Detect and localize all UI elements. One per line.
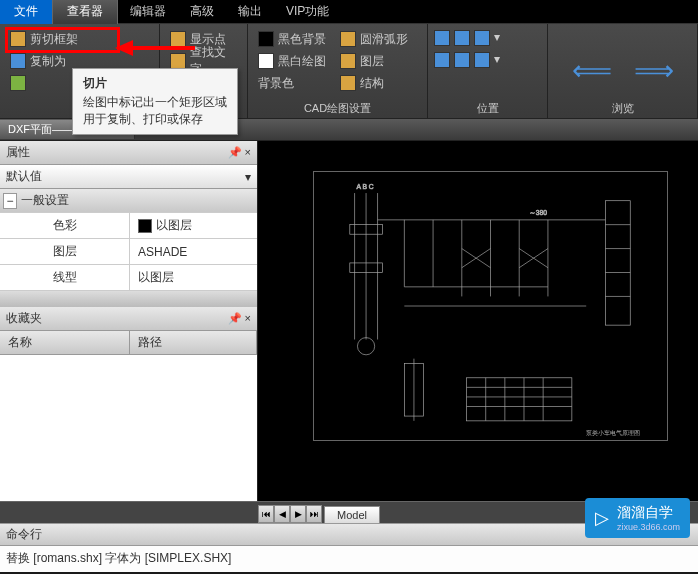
model-tab[interactable]: Model bbox=[324, 506, 380, 523]
color-key: 色彩 bbox=[0, 213, 130, 238]
svg-point-5 bbox=[357, 338, 374, 355]
properties-title: 属性 bbox=[6, 144, 30, 161]
left-panel: 属性 📌 × 默认值 ▾ − 一般设置 色彩 以图层 图层 ASHADE 线型 … bbox=[0, 141, 258, 501]
bw-label: 黑白绘图 bbox=[278, 53, 326, 70]
watermark-url: zixue.3d66.com bbox=[617, 522, 680, 532]
point-icon bbox=[170, 31, 186, 47]
default-label: 默认值 bbox=[6, 168, 42, 185]
zoom-in-icon[interactable] bbox=[454, 30, 470, 46]
crop-label: 剪切框架 bbox=[30, 31, 78, 48]
zoom-extend-icon[interactable] bbox=[434, 30, 450, 46]
menu-vip[interactable]: VIP功能 bbox=[274, 3, 341, 20]
bw-icon bbox=[258, 53, 274, 69]
arrow-left-icon: ⟸ bbox=[572, 54, 612, 87]
black-bg-label: 黑色背景 bbox=[278, 31, 326, 48]
favorites-header: 收藏夹 📌 × bbox=[0, 307, 257, 331]
watermark-brand: 溜溜自学 bbox=[617, 504, 680, 522]
nav-last-icon[interactable]: ⏭ bbox=[306, 505, 322, 523]
crop-icon bbox=[10, 31, 26, 47]
play-icon: ▷ bbox=[595, 507, 609, 529]
bg-color-label: 背景色 bbox=[258, 75, 294, 92]
find-icon bbox=[170, 53, 186, 69]
fav-col-path[interactable]: 路径 bbox=[130, 331, 257, 354]
layer-label: 图层 bbox=[360, 53, 384, 70]
general-section[interactable]: − 一般设置 bbox=[0, 189, 257, 213]
copy-bmp-icon bbox=[10, 53, 26, 69]
fav-col-name[interactable]: 名称 bbox=[0, 331, 130, 354]
properties-header: 属性 📌 × bbox=[0, 141, 257, 165]
menu-viewer[interactable]: 查看器 bbox=[52, 0, 118, 24]
schematic-drawing: A B C ～380 bbox=[314, 172, 667, 440]
drawing-canvas[interactable]: A B C ～380 bbox=[258, 141, 698, 501]
layer-icon bbox=[340, 53, 356, 69]
chevron-down-icon: ▾ bbox=[245, 170, 251, 184]
bg-color-button[interactable]: 背景色 bbox=[254, 72, 330, 94]
default-dropdown[interactable]: 默认值 ▾ bbox=[0, 165, 257, 189]
model-nav: ⏮ ◀ ▶ ⏭ bbox=[258, 505, 322, 523]
zoom-window-icon[interactable] bbox=[474, 30, 490, 46]
tooltip-line2: 用于复制、打印或保存 bbox=[83, 111, 227, 128]
structure-button[interactable]: 结构 bbox=[336, 72, 412, 94]
arrow-right-icon: ⟹ bbox=[634, 54, 674, 87]
linetype-key: 线型 bbox=[0, 265, 130, 290]
prop-row-linetype[interactable]: 线型 以图层 bbox=[0, 265, 257, 291]
favorites-list bbox=[0, 355, 257, 501]
favorites-title: 收藏夹 bbox=[6, 310, 42, 327]
drawing-border: A B C ～380 bbox=[313, 171, 668, 441]
pin-icon[interactable]: 📌 × bbox=[228, 146, 251, 159]
black-bg-icon bbox=[258, 31, 274, 47]
menubar: 文件 查看器 编辑器 高级 输出 VIP功能 bbox=[0, 0, 698, 24]
pan-icon[interactable] bbox=[434, 52, 450, 68]
zoom-out-icon[interactable] bbox=[454, 52, 470, 68]
prop-row-color[interactable]: 色彩 以图层 bbox=[0, 213, 257, 239]
linetype-val: 以图层 bbox=[130, 265, 257, 290]
prop-row-layer[interactable]: 图层 ASHADE bbox=[0, 239, 257, 265]
layer-button[interactable]: 图层 bbox=[336, 50, 412, 72]
arc-label: 圆滑弧形 bbox=[360, 31, 408, 48]
layer-key: 图层 bbox=[0, 239, 130, 264]
zoom-dropdown2-icon[interactable]: ▾ bbox=[494, 52, 500, 68]
bw-draw-button[interactable]: 黑白绘图 bbox=[254, 50, 330, 72]
general-label: 一般设置 bbox=[21, 192, 69, 209]
arc-icon bbox=[340, 31, 356, 47]
main-area: 属性 📌 × 默认值 ▾ − 一般设置 色彩 以图层 图层 ASHADE 线型 … bbox=[0, 141, 698, 501]
nav-next-icon[interactable]: ▶ bbox=[290, 505, 306, 523]
browse-group-label: 浏览 bbox=[548, 101, 697, 116]
smooth-arc-button[interactable]: 圆滑弧形 bbox=[336, 28, 412, 50]
svg-rect-15 bbox=[605, 201, 630, 325]
color-swatch bbox=[138, 219, 152, 233]
crop-frame-button[interactable]: 剪切框架 bbox=[6, 28, 153, 50]
zoom-dropdown-icon[interactable]: ▾ bbox=[494, 30, 500, 46]
collapse-icon[interactable]: − bbox=[3, 193, 17, 209]
scroll-gap bbox=[0, 291, 257, 307]
label-380: ～380 bbox=[529, 209, 547, 216]
layer-val: ASHADE bbox=[130, 239, 257, 264]
copy-as-icon bbox=[10, 75, 26, 91]
menu-advanced[interactable]: 高级 bbox=[178, 3, 226, 20]
menu-editor[interactable]: 编辑器 bbox=[118, 3, 178, 20]
next-button[interactable]: ⟹ bbox=[628, 34, 680, 106]
structure-label: 结构 bbox=[360, 75, 384, 92]
command-text[interactable]: 替换 [romans.shx] 字体为 [SIMPLEX.SHX] bbox=[0, 546, 698, 572]
drawing-caption: 泵类小车电气原理图 bbox=[586, 429, 640, 436]
nav-first-icon[interactable]: ⏮ bbox=[258, 505, 274, 523]
favorites-columns: 名称 路径 bbox=[0, 331, 257, 355]
position-group-label: 位置 bbox=[428, 101, 547, 116]
cad-group-label: CAD绘图设置 bbox=[248, 101, 427, 116]
color-val: 以图层 bbox=[156, 217, 192, 234]
tooltip-line1: 绘图中标记出一个矩形区域 bbox=[83, 94, 227, 111]
tooltip-title: 切片 bbox=[83, 75, 227, 92]
svg-rect-22 bbox=[467, 378, 572, 421]
fav-pin-icon[interactable]: 📌 × bbox=[228, 312, 251, 325]
menu-file[interactable]: 文件 bbox=[0, 0, 52, 24]
black-bg-button[interactable]: 黑色背景 bbox=[254, 28, 330, 50]
menu-output[interactable]: 输出 bbox=[226, 3, 274, 20]
label-abc: A B C bbox=[357, 183, 374, 190]
copy-pic-label: 复制为 bbox=[30, 53, 66, 70]
zoom-fit-icon[interactable] bbox=[474, 52, 490, 68]
structure-icon bbox=[340, 75, 356, 91]
tooltip: 切片 绘图中标记出一个矩形区域 用于复制、打印或保存 bbox=[72, 68, 238, 135]
watermark: ▷ 溜溜自学 zixue.3d66.com bbox=[585, 498, 690, 538]
prev-button[interactable]: ⟸ bbox=[566, 34, 618, 106]
nav-prev-icon[interactable]: ◀ bbox=[274, 505, 290, 523]
